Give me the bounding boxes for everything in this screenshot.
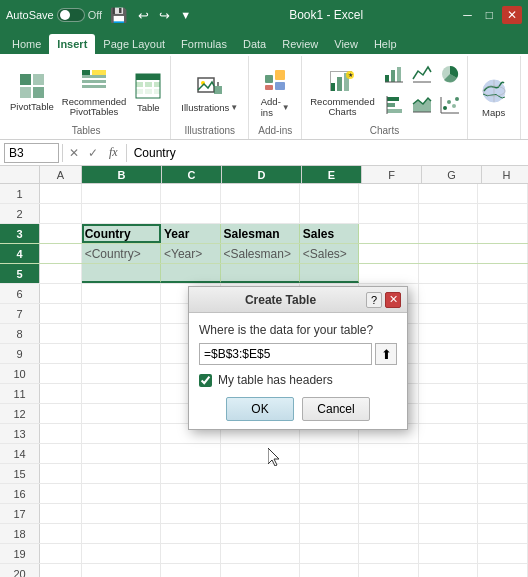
row-header-10[interactable]: 10: [0, 364, 40, 383]
minimize-button[interactable]: ─: [458, 6, 477, 24]
row-header-13[interactable]: 13: [0, 424, 40, 443]
row-header-17[interactable]: 17: [0, 504, 40, 523]
cell-h1[interactable]: [478, 184, 528, 203]
create-table-dialog[interactable]: Create Table ? ✕ Where is the data for y…: [188, 286, 408, 430]
cell-a3[interactable]: [40, 224, 82, 243]
table-button[interactable]: Table: [130, 67, 166, 116]
row-header-6[interactable]: 6: [0, 284, 40, 303]
recommended-pivots-button[interactable]: RecommendedPivotTables: [60, 62, 128, 121]
cell-g4[interactable]: [419, 244, 479, 263]
pivot-table-button[interactable]: PivotTable: [6, 67, 58, 115]
cell-d2[interactable]: [221, 204, 300, 223]
cell-e1[interactable]: [300, 184, 360, 203]
cell-a1[interactable]: [40, 184, 82, 203]
cell-a2[interactable]: [40, 204, 82, 223]
tab-data[interactable]: Data: [235, 34, 274, 54]
col-header-b[interactable]: B: [82, 166, 162, 183]
dialog-close-button[interactable]: ✕: [385, 292, 401, 308]
cell-g3[interactable]: [419, 224, 479, 243]
tab-review[interactable]: Review: [274, 34, 326, 54]
row-header-5[interactable]: 5: [0, 264, 40, 283]
cell-h2[interactable]: [478, 204, 528, 223]
dialog-help-button[interactable]: ?: [366, 292, 382, 308]
cell-h5[interactable]: [478, 264, 528, 283]
row-header-4[interactable]: 4: [0, 244, 40, 263]
row-header-11[interactable]: 11: [0, 384, 40, 403]
tab-insert[interactable]: Insert: [49, 34, 95, 54]
tab-home[interactable]: Home: [4, 34, 49, 54]
cell-d1[interactable]: [221, 184, 300, 203]
line-chart-button[interactable]: [409, 61, 435, 90]
customize-qat-button[interactable]: ▼: [177, 7, 194, 23]
formula-input[interactable]: [130, 143, 524, 163]
col-header-g[interactable]: G: [422, 166, 482, 183]
pie-chart-button[interactable]: [437, 61, 463, 90]
cell-c2[interactable]: [161, 204, 221, 223]
cell-g5[interactable]: [419, 264, 479, 283]
cell-a5[interactable]: [40, 264, 82, 283]
cell-f5[interactable]: [359, 264, 419, 283]
row-header-1[interactable]: 1: [0, 184, 40, 203]
cell-h3[interactable]: [478, 224, 528, 243]
cell-e4[interactable]: <Sales>: [300, 244, 360, 263]
dialog-range-input[interactable]: [199, 343, 372, 365]
row-header-14[interactable]: 14: [0, 444, 40, 463]
col-header-d[interactable]: D: [222, 166, 302, 183]
cell-e3[interactable]: Sales: [300, 224, 360, 243]
cell-h4[interactable]: [478, 244, 528, 263]
row-header-7[interactable]: 7: [0, 304, 40, 323]
row-header-20[interactable]: 20: [0, 564, 40, 577]
cell-e5[interactable]: [300, 264, 360, 283]
tab-formulas[interactable]: Formulas: [173, 34, 235, 54]
cell-b3[interactable]: Country: [82, 224, 161, 243]
row-header-9[interactable]: 9: [0, 344, 40, 363]
cell-f3[interactable]: [359, 224, 419, 243]
cell-g1[interactable]: [419, 184, 479, 203]
cell-g2[interactable]: [419, 204, 479, 223]
cell-d3[interactable]: Salesman: [221, 224, 300, 243]
dialog-cancel-button[interactable]: Cancel: [302, 397, 370, 421]
row-header-16[interactable]: 16: [0, 484, 40, 503]
row-header-18[interactable]: 18: [0, 524, 40, 543]
close-button[interactable]: ✕: [502, 6, 522, 24]
redo-button[interactable]: ↪: [156, 6, 173, 25]
area-chart-button[interactable]: [409, 92, 435, 121]
cell-d4[interactable]: <Salesman>: [221, 244, 300, 263]
maximize-button[interactable]: □: [481, 6, 498, 24]
cell-f1[interactable]: [359, 184, 419, 203]
tab-help[interactable]: Help: [366, 34, 405, 54]
cell-b2[interactable]: [82, 204, 161, 223]
scatter-chart-button[interactable]: [437, 92, 463, 121]
cell-f4[interactable]: [359, 244, 419, 263]
illustrations-button[interactable]: Illustrations ▼: [175, 67, 244, 116]
formula-fx-icon[interactable]: fx: [104, 144, 123, 161]
row-header-2[interactable]: 2: [0, 204, 40, 223]
column-chart-button[interactable]: [381, 61, 407, 90]
bar-chart-button[interactable]: [381, 92, 407, 121]
cell-f2[interactable]: [359, 204, 419, 223]
name-box[interactable]: [4, 143, 59, 163]
recommended-charts-button[interactable]: ★ RecommendedCharts: [306, 62, 378, 121]
dialog-headers-label[interactable]: My table has headers: [218, 373, 333, 387]
row-header-15[interactable]: 15: [0, 464, 40, 483]
cell-e2[interactable]: [300, 204, 360, 223]
row-header-19[interactable]: 19: [0, 544, 40, 563]
undo-button[interactable]: ↩: [135, 6, 152, 25]
tab-view[interactable]: View: [326, 34, 366, 54]
formula-confirm-icon[interactable]: ✓: [85, 145, 101, 161]
cell-a4[interactable]: [40, 244, 82, 263]
formula-cancel-icon[interactable]: ✕: [66, 145, 82, 161]
cell-b4[interactable]: <Country>: [82, 244, 161, 263]
save-button[interactable]: 💾: [106, 5, 131, 25]
dialog-collapse-button[interactable]: ⬆: [375, 343, 397, 365]
cell-c3[interactable]: Year: [161, 224, 221, 243]
cell-c1[interactable]: [161, 184, 221, 203]
cell-b1[interactable]: [82, 184, 161, 203]
cell-b5[interactable]: [82, 264, 161, 283]
addins-button[interactable]: Add-ins ▼: [253, 61, 297, 121]
maps-button[interactable]: Maps: [472, 72, 516, 121]
cell-d5[interactable]: [221, 264, 300, 283]
row-header-3[interactable]: 3: [0, 224, 40, 243]
tab-page-layout[interactable]: Page Layout: [95, 34, 173, 54]
col-header-a[interactable]: A: [40, 166, 82, 183]
